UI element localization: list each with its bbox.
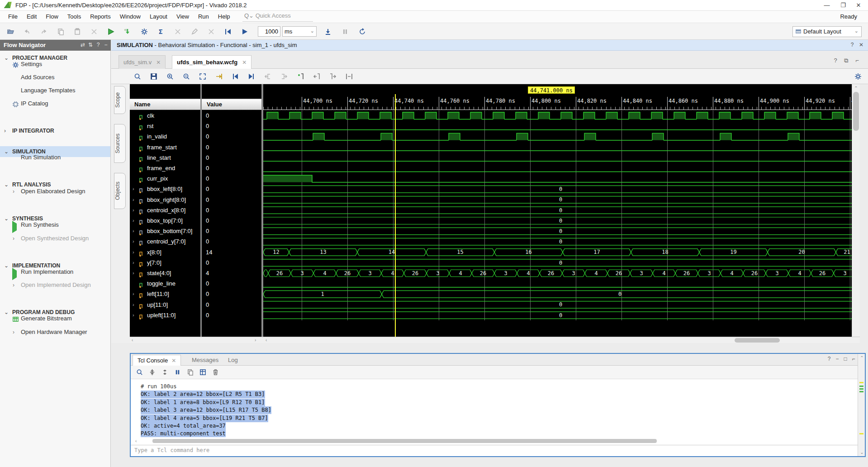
- pause-icon[interactable]: [171, 367, 183, 378]
- chevron-right-icon[interactable]: ›: [133, 310, 134, 320]
- wave-centroid_y[interactable]: 0: [263, 238, 858, 245]
- wave-bbox_top[interactable]: 0: [263, 217, 858, 224]
- menu-file[interactable]: File: [4, 11, 22, 22]
- close-icon[interactable]: ✕: [242, 59, 247, 66]
- flow-item-settings[interactable]: Settings: [0, 59, 111, 70]
- chevron-right-icon[interactable]: ›: [133, 289, 134, 299]
- chevron-right-icon[interactable]: ›: [133, 205, 134, 215]
- maximize-button[interactable]: ❐: [836, 1, 850, 10]
- timeline-ruler[interactable]: 44,700 ns44,720 ns44,740 ns44,760 ns44,7…: [263, 84, 858, 110]
- expand-all-icon[interactable]: ⇅: [87, 42, 94, 48]
- menu-reports[interactable]: Reports: [85, 11, 115, 22]
- help-icon[interactable]: ?: [848, 42, 856, 48]
- signal-row-upleft[interactable]: ›upleft[11:0]: [130, 310, 200, 320]
- runtime-input[interactable]: [258, 26, 280, 37]
- collapse-all-icon[interactable]: ⇄: [79, 42, 86, 48]
- minimize-panel-icon[interactable]: −: [102, 42, 109, 48]
- chevron-right-icon[interactable]: ›: [133, 215, 134, 226]
- edit-icon[interactable]: [189, 26, 200, 37]
- console-hscrollbar[interactable]: ‹: [135, 438, 854, 444]
- value-column-header[interactable]: Value: [207, 101, 222, 108]
- search-icon[interactable]: [131, 71, 144, 82]
- wave-bbox_left[interactable]: 0: [263, 186, 858, 193]
- signal-row-left[interactable]: ›left[11:0]: [130, 289, 200, 299]
- flow-item-language-templates[interactable]: Language Templates: [0, 85, 111, 96]
- menu-edit[interactable]: Edit: [22, 11, 41, 22]
- help-icon[interactable]: ?: [825, 356, 833, 362]
- name-value-divider[interactable]: [200, 84, 202, 337]
- tab-ufds_sim.v[interactable]: ufds_sim.v✕: [119, 55, 166, 69]
- add-marker-icon[interactable]: [294, 71, 307, 82]
- flow-item-add-sources[interactable]: Add Sources: [0, 72, 111, 83]
- console-marker-strip[interactable]: ⌃ ⌄: [858, 354, 865, 456]
- flow-item-open-synthesized-design[interactable]: ›Open Synthesized Design: [0, 233, 111, 244]
- zoom-out-icon[interactable]: [180, 71, 193, 82]
- redo-icon[interactable]: [38, 26, 50, 37]
- signal-row-state[interactable]: ›state[4:0]: [130, 268, 200, 278]
- console-hscroll-thumb[interactable]: [152, 439, 657, 443]
- wave-upleft[interactable]: 0: [263, 312, 858, 319]
- close-panel-icon[interactable]: ✕: [857, 42, 865, 48]
- signal-row-frame_start[interactable]: frame_start: [130, 142, 200, 152]
- relaunch-icon[interactable]: [356, 26, 368, 37]
- scroll-up-icon[interactable]: ⌃: [852, 84, 860, 92]
- menu-run[interactable]: Run: [194, 11, 213, 22]
- menu-view[interactable]: View: [172, 11, 194, 22]
- side-tab-sources[interactable]: Sources: [114, 124, 126, 163]
- maximize-panel-icon[interactable]: □: [841, 356, 849, 362]
- close-button[interactable]: ✕: [852, 1, 865, 10]
- signal-row-in_valid[interactable]: in_valid: [130, 131, 200, 142]
- minimize-button[interactable]: —: [820, 1, 834, 10]
- chevron-right-icon[interactable]: ›: [133, 236, 134, 247]
- signal-row-curr_pix[interactable]: curr_pix: [130, 173, 200, 184]
- chevron-right-icon[interactable]: ›: [133, 300, 134, 310]
- signal-row-rst[interactable]: rst: [130, 121, 200, 131]
- zoom-fit-icon[interactable]: [196, 71, 209, 82]
- next-marker-icon[interactable]: [327, 71, 339, 82]
- console-tab-log[interactable]: Log: [223, 355, 242, 366]
- scroll-left-icon[interactable]: ‹: [266, 338, 267, 343]
- menu-help[interactable]: Help: [213, 11, 235, 22]
- time-cursor-line[interactable]: [395, 94, 396, 337]
- signal-row-y[interactable]: ›y[7:0]: [130, 257, 200, 268]
- console-tab-tcl-console[interactable]: Tcl Console✕: [133, 355, 181, 366]
- go-to-start-icon[interactable]: [229, 71, 242, 82]
- wave-settings-gear-icon[interactable]: [852, 71, 864, 82]
- marker-green[interactable]: [859, 391, 863, 392]
- signal-row-frame_end[interactable]: frame_end: [130, 163, 200, 173]
- report-sum-icon[interactable]: Σ: [155, 26, 167, 37]
- search-icon[interactable]: [133, 367, 145, 378]
- cancel-icon[interactable]: [172, 26, 184, 37]
- wave-curr_pix[interactable]: [263, 175, 858, 182]
- expand-all-icon[interactable]: [159, 367, 171, 378]
- chevron-right-icon[interactable]: ›: [133, 257, 134, 268]
- float-panel-icon[interactable]: ⌐: [849, 356, 858, 362]
- layout-selector[interactable]: Default Layout⌄: [792, 26, 862, 37]
- signal-row-x[interactable]: ›x[8:0]: [130, 247, 200, 257]
- signal-row-centroid_y[interactable]: ›centroid_y[7:0]: [130, 236, 200, 247]
- marker-green[interactable]: [859, 386, 863, 387]
- scroll-right-icon[interactable]: ›: [255, 338, 256, 343]
- menu-flow[interactable]: Flow: [41, 11, 62, 22]
- swap-cursor-icon[interactable]: [343, 71, 356, 82]
- signal-row-line_start[interactable]: line_start: [130, 152, 200, 163]
- open-project-icon[interactable]: [5, 26, 16, 37]
- report-icon[interactable]: [197, 367, 209, 378]
- scrollbar-thumb[interactable]: [853, 92, 859, 131]
- next-transition-icon[interactable]: [278, 71, 290, 82]
- chevron-right-icon[interactable]: ›: [133, 268, 134, 278]
- chevron-right-icon[interactable]: ›: [133, 226, 134, 236]
- settings-icon[interactable]: [138, 26, 150, 37]
- signal-row-bbox_left[interactable]: ›bbox_left[8:0]: [130, 184, 200, 194]
- minimize-panel-icon[interactable]: −: [833, 356, 841, 362]
- zoom-to-cursor-icon[interactable]: [213, 71, 225, 82]
- run-all-icon[interactable]: [239, 26, 251, 37]
- waveform-area[interactable]: 0000001213141516171819202102634263426342…: [263, 110, 858, 320]
- marker-yellow[interactable]: [859, 382, 863, 383]
- flow-item-generate-bitstream[interactable]: Generate Bitstream: [0, 313, 111, 324]
- wave-clk[interactable]: [263, 112, 858, 119]
- chevron-right-icon[interactable]: ›: [133, 247, 134, 257]
- prev-transition-icon[interactable]: [261, 71, 274, 82]
- save-icon[interactable]: [147, 71, 160, 82]
- wave-x[interactable]: 12131415161718192021: [263, 249, 858, 256]
